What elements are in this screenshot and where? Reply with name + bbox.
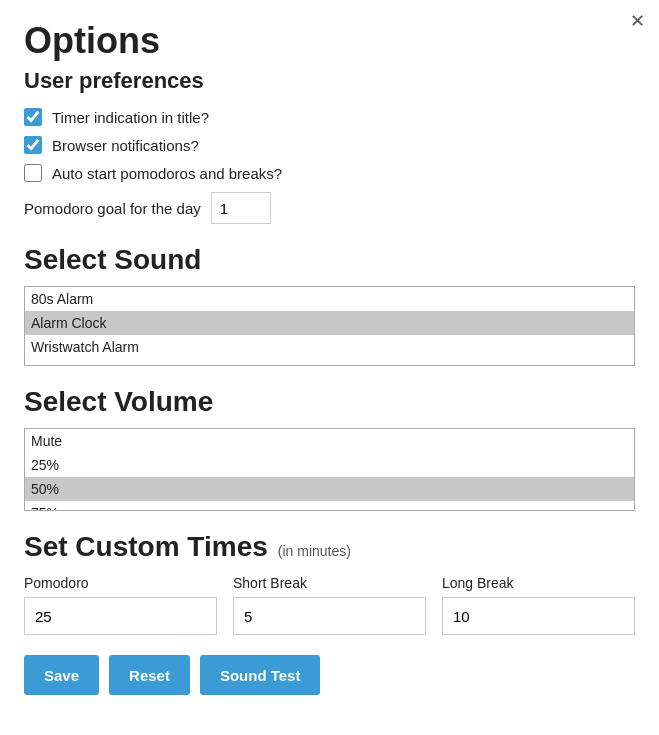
- timer-indication-checkbox[interactable]: [24, 108, 42, 126]
- select-volume-section: Select Volume Mute 25% 50% 75% 100%: [24, 386, 635, 511]
- pomodoro-time-input[interactable]: [24, 597, 217, 635]
- times-row: Pomodoro Short Break Long Break: [24, 575, 635, 635]
- long-break-field: Long Break: [442, 575, 635, 635]
- close-button[interactable]: ✕: [630, 10, 645, 32]
- pomodoro-goal-input[interactable]: [211, 192, 271, 224]
- short-break-input[interactable]: [233, 597, 426, 635]
- listbox-option[interactable]: Wristwatch Alarm: [25, 335, 634, 359]
- listbox-option[interactable]: Mute: [25, 429, 634, 453]
- pomodoro-time-label: Pomodoro: [24, 575, 217, 591]
- browser-notifications-row: Browser notifications?: [24, 136, 635, 154]
- select-sound-heading: Select Sound: [24, 244, 635, 276]
- pomodoro-goal-row: Pomodoro goal for the day: [24, 192, 635, 224]
- listbox-option[interactable]: 25%: [25, 453, 634, 477]
- user-preferences-heading: User preferences: [24, 68, 635, 94]
- save-button[interactable]: Save: [24, 655, 99, 695]
- short-break-label: Short Break: [233, 575, 426, 591]
- pomodoro-goal-label: Pomodoro goal for the day: [24, 200, 201, 217]
- browser-notifications-label[interactable]: Browser notifications?: [52, 137, 199, 154]
- browser-notifications-checkbox[interactable]: [24, 136, 42, 154]
- timer-indication-row: Timer indication in title?: [24, 108, 635, 126]
- listbox-option[interactable]: Alarm Clock: [25, 311, 634, 335]
- custom-times-subtitle: (in minutes): [278, 543, 351, 559]
- custom-times-heading: Set Custom Times: [24, 531, 268, 563]
- listbox-option[interactable]: Elevator Ding: [25, 359, 634, 366]
- long-break-input[interactable]: [442, 597, 635, 635]
- page-title: Options: [24, 20, 635, 62]
- auto-start-label[interactable]: Auto start pomodoros and breaks?: [52, 165, 282, 182]
- sound-listbox[interactable]: 80s Alarm Alarm Clock Wristwatch Alarm E…: [24, 286, 635, 366]
- pomodoro-field: Pomodoro: [24, 575, 217, 635]
- auto-start-checkbox[interactable]: [24, 164, 42, 182]
- custom-times-header: Set Custom Times (in minutes): [24, 531, 635, 563]
- select-sound-section: Select Sound 80s Alarm Alarm Clock Wrist…: [24, 244, 635, 366]
- options-modal: ✕ Options User preferences Timer indicat…: [0, 0, 659, 735]
- button-row: Save Reset Sound Test: [24, 655, 635, 695]
- custom-times-section: Set Custom Times (in minutes) Pomodoro S…: [24, 531, 635, 635]
- reset-button[interactable]: Reset: [109, 655, 190, 695]
- select-volume-heading: Select Volume: [24, 386, 635, 418]
- auto-start-row: Auto start pomodoros and breaks?: [24, 164, 635, 182]
- short-break-field: Short Break: [233, 575, 426, 635]
- listbox-option[interactable]: 80s Alarm: [25, 287, 634, 311]
- long-break-label: Long Break: [442, 575, 635, 591]
- listbox-option[interactable]: 50%: [25, 477, 634, 501]
- listbox-option[interactable]: 75%: [25, 501, 634, 511]
- user-preferences-section: User preferences Timer indication in tit…: [24, 68, 635, 224]
- sound-test-button[interactable]: Sound Test: [200, 655, 321, 695]
- volume-listbox[interactable]: Mute 25% 50% 75% 100%: [24, 428, 635, 511]
- timer-indication-label[interactable]: Timer indication in title?: [52, 109, 209, 126]
